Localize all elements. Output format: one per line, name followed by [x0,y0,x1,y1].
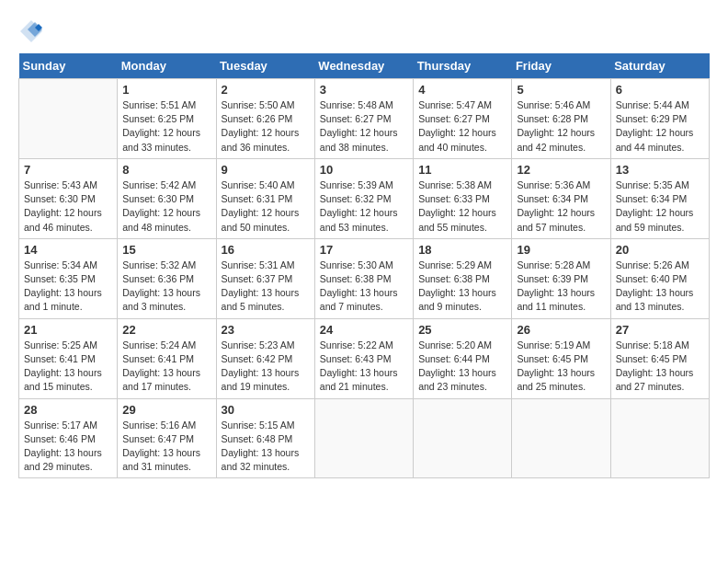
day-number: 16 [222,243,310,257]
col-header-wednesday: Wednesday [314,53,413,79]
calendar-cell: 28Sunrise: 5:17 AMSunset: 6:46 PMDayligh… [19,398,118,478]
week-row-2: 7Sunrise: 5:43 AMSunset: 6:30 PMDaylight… [19,158,710,238]
calendar-cell [314,398,413,478]
calendar-cell: 2Sunrise: 5:50 AMSunset: 6:26 PMDaylight… [216,79,314,159]
day-info: Sunrise: 5:15 AMSunset: 6:48 PMDaylight:… [222,419,310,475]
calendar-header-row: SundayMondayTuesdayWednesdayThursdayFrid… [19,53,710,79]
calendar-cell: 13Sunrise: 5:35 AMSunset: 6:34 PMDayligh… [610,158,709,238]
calendar-cell: 7Sunrise: 5:43 AMSunset: 6:30 PMDaylight… [19,158,118,238]
day-info: Sunrise: 5:47 AMSunset: 6:27 PMDaylight:… [418,98,506,155]
calendar-cell: 4Sunrise: 5:47 AMSunset: 6:27 PMDaylight… [414,79,512,159]
calendar-cell: 19Sunrise: 5:28 AMSunset: 6:39 PMDayligh… [512,238,610,318]
calendar-cell: 25Sunrise: 5:20 AMSunset: 6:44 PMDayligh… [414,318,512,398]
day-number: 20 [616,243,704,257]
day-info: Sunrise: 5:32 AMSunset: 6:36 PMDaylight:… [122,259,210,315]
day-number: 14 [24,243,112,257]
calendar-cell [512,398,610,478]
day-number: 22 [122,323,210,337]
page-header [18,18,710,44]
col-header-tuesday: Tuesday [216,53,314,79]
calendar-cell: 17Sunrise: 5:30 AMSunset: 6:38 PMDayligh… [314,238,413,318]
day-info: Sunrise: 5:20 AMSunset: 6:44 PMDaylight:… [418,339,506,395]
day-number: 8 [122,163,210,177]
calendar-cell: 18Sunrise: 5:29 AMSunset: 6:38 PMDayligh… [414,238,512,318]
col-header-monday: Monday [118,53,216,79]
day-number: 3 [320,83,408,97]
day-info: Sunrise: 5:25 AMSunset: 6:41 PMDaylight:… [24,339,112,395]
day-number: 23 [222,323,310,337]
calendar-cell: 9Sunrise: 5:40 AMSunset: 6:31 PMDaylight… [216,158,314,238]
day-number: 28 [24,403,112,417]
day-info: Sunrise: 5:42 AMSunset: 6:30 PMDaylight:… [122,178,210,235]
col-header-friday: Friday [512,53,610,79]
day-number: 25 [418,323,506,337]
calendar-cell: 8Sunrise: 5:42 AMSunset: 6:30 PMDaylight… [118,158,216,238]
day-number: 24 [320,323,408,337]
week-row-5: 28Sunrise: 5:17 AMSunset: 6:46 PMDayligh… [19,398,710,478]
day-info: Sunrise: 5:43 AMSunset: 6:30 PMDaylight:… [24,178,112,235]
calendar-cell: 24Sunrise: 5:22 AMSunset: 6:43 PMDayligh… [314,318,413,398]
day-info: Sunrise: 5:39 AMSunset: 6:32 PMDaylight:… [320,178,408,235]
calendar-cell [19,79,118,159]
day-number: 7 [24,163,112,177]
day-number: 30 [222,403,310,417]
calendar-cell [414,398,512,478]
day-number: 12 [517,163,605,177]
logo [18,18,48,44]
day-number: 26 [517,323,605,337]
day-info: Sunrise: 5:38 AMSunset: 6:33 PMDaylight:… [418,178,506,235]
day-info: Sunrise: 5:28 AMSunset: 6:39 PMDaylight:… [517,259,605,315]
day-info: Sunrise: 5:16 AMSunset: 6:47 PMDaylight:… [122,419,210,475]
calendar-cell: 29Sunrise: 5:16 AMSunset: 6:47 PMDayligh… [118,398,216,478]
calendar-cell: 14Sunrise: 5:34 AMSunset: 6:35 PMDayligh… [19,238,118,318]
day-info: Sunrise: 5:34 AMSunset: 6:35 PMDaylight:… [24,259,112,315]
week-row-1: 1Sunrise: 5:51 AMSunset: 6:25 PMDaylight… [19,79,710,159]
day-info: Sunrise: 5:46 AMSunset: 6:28 PMDaylight:… [517,98,605,155]
day-info: Sunrise: 5:35 AMSunset: 6:34 PMDaylight:… [616,178,704,235]
day-number: 2 [222,83,310,97]
day-number: 21 [24,323,112,337]
day-info: Sunrise: 5:36 AMSunset: 6:34 PMDaylight:… [517,178,605,235]
day-number: 11 [418,163,506,177]
day-number: 18 [418,243,506,257]
day-info: Sunrise: 5:44 AMSunset: 6:29 PMDaylight:… [616,98,704,155]
col-header-saturday: Saturday [610,53,709,79]
week-row-3: 14Sunrise: 5:34 AMSunset: 6:35 PMDayligh… [19,238,710,318]
day-info: Sunrise: 5:18 AMSunset: 6:45 PMDaylight:… [616,339,704,395]
day-info: Sunrise: 5:30 AMSunset: 6:38 PMDaylight:… [320,259,408,315]
calendar-cell: 22Sunrise: 5:24 AMSunset: 6:41 PMDayligh… [118,318,216,398]
day-info: Sunrise: 5:40 AMSunset: 6:31 PMDaylight:… [222,178,310,235]
calendar-cell: 30Sunrise: 5:15 AMSunset: 6:48 PMDayligh… [216,398,314,478]
day-number: 5 [517,83,605,97]
calendar-cell [610,398,709,478]
calendar-table: SundayMondayTuesdayWednesdayThursdayFrid… [18,53,710,478]
col-header-thursday: Thursday [414,53,512,79]
calendar-cell: 11Sunrise: 5:38 AMSunset: 6:33 PMDayligh… [414,158,512,238]
calendar-cell: 10Sunrise: 5:39 AMSunset: 6:32 PMDayligh… [314,158,413,238]
day-info: Sunrise: 5:29 AMSunset: 6:38 PMDaylight:… [418,259,506,315]
col-header-sunday: Sunday [19,53,118,79]
day-number: 17 [320,243,408,257]
calendar-cell: 20Sunrise: 5:26 AMSunset: 6:40 PMDayligh… [610,238,709,318]
calendar-cell: 3Sunrise: 5:48 AMSunset: 6:27 PMDaylight… [314,79,413,159]
day-number: 19 [517,243,605,257]
day-number: 6 [616,83,704,97]
day-number: 4 [418,83,506,97]
day-info: Sunrise: 5:24 AMSunset: 6:41 PMDaylight:… [122,339,210,395]
calendar-cell: 26Sunrise: 5:19 AMSunset: 6:45 PMDayligh… [512,318,610,398]
calendar-cell: 21Sunrise: 5:25 AMSunset: 6:41 PMDayligh… [19,318,118,398]
day-number: 15 [122,243,210,257]
calendar-cell: 6Sunrise: 5:44 AMSunset: 6:29 PMDaylight… [610,79,709,159]
calendar-cell: 16Sunrise: 5:31 AMSunset: 6:37 PMDayligh… [216,238,314,318]
day-info: Sunrise: 5:48 AMSunset: 6:27 PMDaylight:… [320,98,408,155]
day-info: Sunrise: 5:31 AMSunset: 6:37 PMDaylight:… [222,259,310,315]
calendar-cell: 23Sunrise: 5:23 AMSunset: 6:42 PMDayligh… [216,318,314,398]
day-number: 29 [122,403,210,417]
day-number: 27 [616,323,704,337]
week-row-4: 21Sunrise: 5:25 AMSunset: 6:41 PMDayligh… [19,318,710,398]
calendar-cell: 5Sunrise: 5:46 AMSunset: 6:28 PMDaylight… [512,79,610,159]
day-number: 9 [222,163,310,177]
day-number: 10 [320,163,408,177]
calendar-cell: 12Sunrise: 5:36 AMSunset: 6:34 PMDayligh… [512,158,610,238]
day-number: 1 [122,83,210,97]
